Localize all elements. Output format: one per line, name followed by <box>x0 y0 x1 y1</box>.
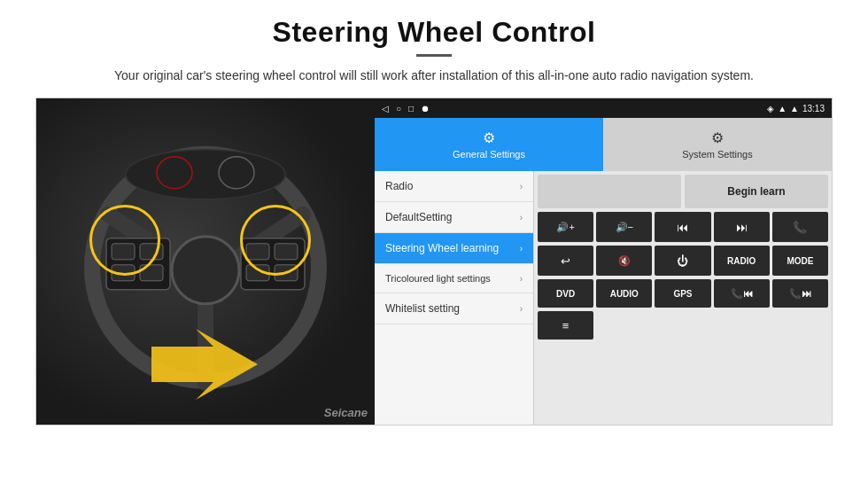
hangup-icon: ↩ <box>561 254 570 268</box>
nav-home: ○ <box>396 104 401 113</box>
radio-empty <box>538 175 681 208</box>
vol-up-button[interactable]: 🔊+ <box>538 212 593 242</box>
menu-steering-label: Steering Wheel learning <box>385 242 520 254</box>
hangup-button[interactable]: ↩ <box>538 246 593 276</box>
menu-item-radio[interactable]: Radio › <box>375 171 533 202</box>
menu-steering-arrow: › <box>520 244 523 254</box>
nav-back: ◁ <box>382 104 389 113</box>
menu-whitelist-label: Whitelist setting <box>385 302 520 315</box>
arrow-icon <box>151 329 258 400</box>
call-prev-button[interactable]: 📞⏮ <box>714 279 770 308</box>
menu-default-label: DefaultSetting <box>385 211 520 223</box>
menu-list: Radio › DefaultSetting › Steering Wheel … <box>375 171 534 425</box>
highlight-circle-left <box>89 205 160 276</box>
radio-row: Begin learn <box>538 175 828 208</box>
list-icon: ≡ <box>562 319 570 332</box>
prev-track-button[interactable]: ⏮ <box>655 212 710 242</box>
vol-down-icon: 🔊− <box>616 222 633 233</box>
bottom-section: Radio › DefaultSetting › Steering Wheel … <box>375 171 832 425</box>
status-bar: ◁ ○ □ ⏺ ◈ ▲ ▲ 13:13 <box>375 98 832 118</box>
mode-label: MODE <box>787 256 813 266</box>
tab-general-settings[interactable]: ⚙ General Settings <box>375 118 603 171</box>
dvd-label: DVD <box>556 289 575 299</box>
android-panel: ◁ ○ □ ⏺ ◈ ▲ ▲ 13:13 ⚙ General Settings <box>375 98 832 425</box>
status-bar-right: ◈ ▲ ▲ 13:13 <box>767 104 825 113</box>
list-button[interactable]: ≡ <box>538 311 593 340</box>
menu-radio-label: Radio <box>385 180 520 192</box>
steering-wheel-photo: Seicane <box>36 98 375 425</box>
title-divider <box>416 54 452 57</box>
menu-item-tricoloured[interactable]: Tricoloured light settings › <box>375 264 533 293</box>
subtitle: Your original car's steering wheel contr… <box>35 66 833 85</box>
page-title: Steering Wheel Control <box>35 16 833 49</box>
call-next-button[interactable]: 📞⏭ <box>772 279 828 308</box>
watermark: Seicane <box>324 406 368 419</box>
mode-button[interactable]: MODE <box>772 246 828 276</box>
menu-radio-arrow: › <box>520 182 523 191</box>
power-button[interactable]: ⏻ <box>655 246 710 276</box>
audio-button[interactable]: AUDIO <box>596 279 652 308</box>
gps-button[interactable]: GPS <box>655 279 710 308</box>
tab-general-label: General Settings <box>453 149 525 160</box>
control-panel: Begin learn 🔊+ 🔊− ⏮ <box>534 171 832 425</box>
control-row-3: DVD AUDIO GPS 📞⏮ 📞⏭ <box>538 279 828 308</box>
radio-mode-button[interactable]: RADIO <box>714 246 770 276</box>
audio-label: AUDIO <box>610 289 639 299</box>
main-content: Seicane ◁ ○ □ ⏺ ◈ ▲ ▲ 13:13 <box>35 98 833 425</box>
svg-point-15 <box>126 150 285 199</box>
mute-button[interactable]: 🔇 <box>596 246 652 276</box>
menu-item-default[interactable]: DefaultSetting › <box>375 202 533 233</box>
svg-point-4 <box>172 237 239 304</box>
system-settings-icon: ⚙ <box>711 129 724 146</box>
call-next-icon: 📞⏭ <box>789 288 811 300</box>
prev-track-icon: ⏮ <box>677 221 688 234</box>
radio-label: RADIO <box>727 256 756 266</box>
next-track-button[interactable]: ⏭ <box>714 212 770 242</box>
tab-system-settings[interactable]: ⚙ System Settings <box>603 118 832 171</box>
call-prev-icon: 📞⏮ <box>731 288 753 300</box>
menu-item-steering[interactable]: Steering Wheel learning › <box>375 233 533 264</box>
dvd-button[interactable]: DVD <box>538 279 593 308</box>
svg-marker-18 <box>151 329 258 400</box>
control-row-1: 🔊+ 🔊− ⏮ ⏭ 📞 <box>538 212 828 242</box>
highlight-circle-right <box>240 205 311 276</box>
gps-icon: ◈ <box>767 104 774 113</box>
menu-tricoloured-label: Tricoloured light settings <box>385 273 520 284</box>
control-row-4: ≡ <box>538 311 828 340</box>
next-track-icon: ⏭ <box>736 221 748 234</box>
nav-record: ⏺ <box>421 104 430 113</box>
control-row-2: ↩ 🔇 ⏻ RADIO MODE <box>538 246 828 276</box>
menu-default-arrow: › <box>520 213 523 222</box>
general-settings-icon: ⚙ <box>483 129 495 146</box>
menu-item-whitelist[interactable]: Whitelist setting › <box>375 293 533 324</box>
gps-label: GPS <box>673 289 692 299</box>
menu-tricoloured-arrow: › <box>520 274 523 284</box>
begin-learn-button[interactable]: Begin learn <box>685 175 828 208</box>
menu-whitelist-arrow: › <box>520 304 523 314</box>
signal-icon: ▲ <box>790 104 799 113</box>
call-button[interactable]: 📞 <box>772 212 828 242</box>
wifi-icon: ▲ <box>778 104 787 113</box>
status-bar-left: ◁ ○ □ ⏺ <box>382 104 430 113</box>
vol-down-button[interactable]: 🔊− <box>596 212 652 242</box>
nav-recent: □ <box>408 104 414 113</box>
call-icon: 📞 <box>793 221 807 234</box>
tab-system-label: System Settings <box>682 149 752 160</box>
clock: 13:13 <box>802 104 825 113</box>
vol-up-icon: 🔊+ <box>556 222 574 233</box>
power-icon: ⏻ <box>677 254 688 268</box>
mute-icon: 🔇 <box>618 255 631 267</box>
settings-tabs: ⚙ General Settings ⚙ System Settings <box>375 118 832 171</box>
